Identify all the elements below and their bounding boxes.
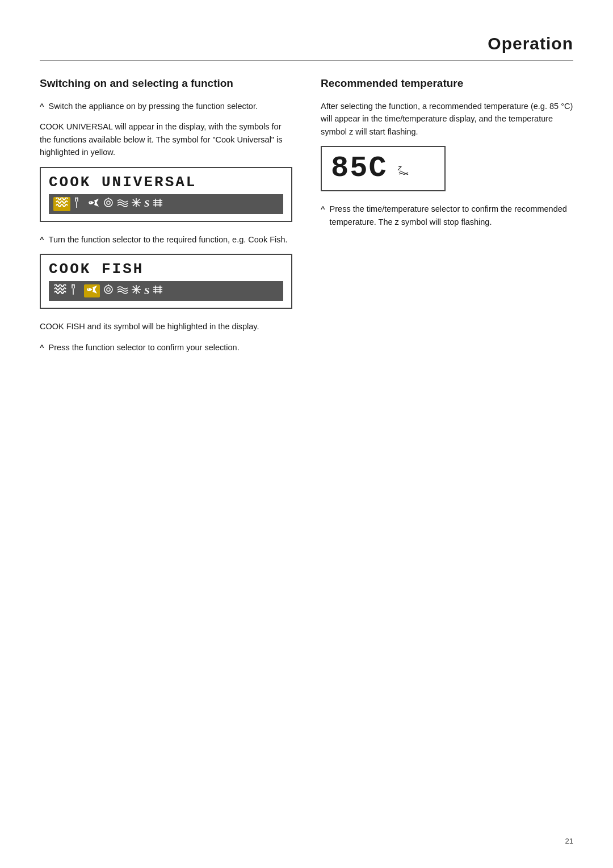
s-icon: S [144,198,149,209]
bullet-text-right-1: Press the time/temperature selector to c… [330,203,573,228]
bullet-item-3: ^ Press the function selector to confirm… [40,341,292,354]
snowflake-icon-2 [132,285,141,297]
caret-2: ^ [40,234,44,246]
page-number: 21 [565,837,573,845]
content-columns: Switching on and selecting a function ^ … [40,77,573,362]
cook-fish-display: COOK FISH [40,254,292,309]
bullet-text-1: Switch the appliance on by pressing the … [49,100,292,112]
page-title: Operation [488,34,573,53]
fish-icon [87,198,100,210]
caret-3: ^ [40,342,44,354]
svg-point-3 [90,202,91,203]
para-fish: COOK FISH and its symbol will be highlig… [40,320,292,333]
svg-point-19 [88,288,89,290]
bullet-item-1: ^ Switch the appliance on by pressing th… [40,100,292,112]
svg-point-20 [104,286,112,293]
heat-waves-icon-highlighted [53,197,70,211]
page-header: Operation [40,34,573,53]
svg-point-5 [107,201,110,204]
snowflake-icon [132,198,141,210]
heat-waves-icon-2 [53,284,67,297]
svg-text:z: z [397,163,402,172]
cook-universal-display: COOK UNIVERSAL [40,167,292,222]
svg-point-4 [104,199,112,207]
svg-point-21 [107,288,110,291]
bullet-item-2: ^ Turn the function selector to the requ… [40,233,292,246]
grid-icon-2 [153,285,163,297]
header-divider [40,60,573,61]
left-section-heading: Switching on and selecting a function [40,77,292,91]
z-wave-icon: z [397,162,413,175]
caret-right-1: ^ [321,203,325,228]
right-section-heading: Recommended temperature [321,77,573,91]
cook-fish-label: COOK FISH [49,261,283,278]
grid-icon [153,198,163,210]
cook-fish-icons-row: S [49,281,283,301]
bullet-text-3: Press the function selector to confirm y… [49,341,292,354]
para-universal: COOK UNIVERSAL will appear in the displa… [40,120,292,158]
caret-1: ^ [40,100,44,112]
z-icon-box: z [397,162,413,175]
para-recommended: After selecting the function, a recommen… [321,100,573,138]
fork-icon-2 [70,284,81,298]
s-icon-2: S [144,286,149,297]
temp-display-box: 85C z [321,146,446,191]
temp-digits: 85C [331,154,388,183]
bullet-text-2: Turn the function selector to the requir… [49,233,292,246]
waves-icon-2 [117,285,128,297]
cook-universal-label: COOK UNIVERSAL [49,174,283,191]
fish-icon-highlighted [84,284,100,297]
cook-universal-icons-row: S [49,194,283,214]
waves-icon [117,198,128,210]
bullet-item-right-1: ^ Press the time/temperature selector to… [321,203,573,228]
dial-icon-2 [103,284,114,297]
dial-icon [103,198,114,211]
right-column: Recommended temperature After selecting … [321,77,573,236]
left-column: Switching on and selecting a function ^ … [40,77,292,362]
fork-icon [74,197,84,211]
